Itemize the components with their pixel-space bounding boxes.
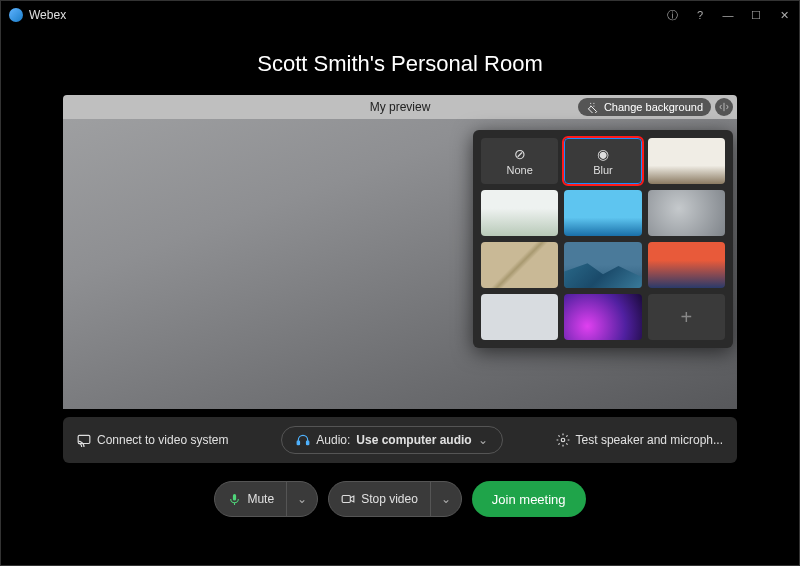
headset-icon — [296, 433, 310, 447]
stop-video-label: Stop video — [361, 492, 418, 506]
call-controls: Mute ⌄ Stop video ⌄ Join meeting — [1, 463, 799, 535]
video-options-caret[interactable]: ⌄ — [430, 482, 461, 516]
bg-option-blur[interactable]: ◉ Blur — [564, 138, 641, 184]
background-picker: ⊘ None ◉ Blur + — [473, 130, 733, 348]
preview-header: My preview Change background — [63, 95, 737, 119]
app-window: Webex ⓘ ? — ☐ ✕ Scott Smith's Personal R… — [0, 0, 800, 566]
preview-label: My preview — [370, 100, 431, 114]
audio-value: Use computer audio — [356, 433, 471, 447]
svg-rect-2 — [307, 441, 309, 445]
bg-option-add[interactable]: + — [648, 294, 725, 340]
bg-option-beach[interactable] — [564, 190, 641, 236]
bg-option-shadows[interactable] — [481, 242, 558, 288]
join-label: Join meeting — [492, 492, 566, 507]
gear-icon — [556, 433, 570, 447]
mute-button[interactable]: Mute ⌄ — [214, 481, 318, 517]
background-controls: Change background — [578, 98, 733, 116]
none-icon: ⊘ — [514, 146, 526, 162]
stop-video-button[interactable]: Stop video ⌄ — [328, 481, 462, 517]
mirror-button[interactable] — [715, 98, 733, 116]
change-background-button[interactable]: Change background — [578, 98, 711, 116]
test-speaker-button[interactable]: Test speaker and microph... — [556, 433, 723, 447]
bg-option-living-room[interactable] — [648, 138, 725, 184]
bg-option-desk[interactable] — [481, 294, 558, 340]
info-icon[interactable]: ⓘ — [665, 8, 679, 22]
audio-center: Audio: Use computer audio ⌄ — [244, 426, 539, 454]
bg-option-space[interactable] — [564, 294, 641, 340]
help-icon[interactable]: ? — [693, 8, 707, 22]
bg-option-soft-blur[interactable] — [648, 190, 725, 236]
bg-option-none[interactable]: ⊘ None — [481, 138, 558, 184]
bg-option-sunset[interactable] — [648, 242, 725, 288]
microphone-icon — [227, 492, 241, 506]
close-button[interactable]: ✕ — [777, 8, 791, 22]
svg-rect-5 — [342, 496, 350, 503]
options-bar: Connect to video system Audio: Use compu… — [63, 417, 737, 463]
cast-icon — [77, 433, 91, 447]
room-title: Scott Smith's Personal Room — [1, 29, 799, 95]
change-background-label: Change background — [604, 101, 703, 113]
mute-options-caret[interactable]: ⌄ — [286, 482, 317, 516]
svg-rect-0 — [78, 435, 90, 443]
connect-video-label: Connect to video system — [97, 433, 228, 447]
join-meeting-button[interactable]: Join meeting — [472, 481, 586, 517]
camera-icon — [341, 492, 355, 506]
audio-label: Audio: — [316, 433, 350, 447]
svg-point-3 — [561, 438, 565, 442]
bg-option-patio[interactable] — [481, 190, 558, 236]
minimize-button[interactable]: — — [721, 8, 735, 22]
svg-rect-4 — [233, 494, 236, 501]
test-speaker-label: Test speaker and microph... — [576, 433, 723, 447]
chevron-down-icon: ⌄ — [478, 433, 488, 447]
mute-label: Mute — [247, 492, 274, 506]
blur-icon: ◉ — [597, 146, 609, 162]
maximize-button[interactable]: ☐ — [749, 8, 763, 22]
svg-rect-1 — [297, 441, 299, 445]
audio-select-button[interactable]: Audio: Use computer audio ⌄ — [281, 426, 502, 454]
preview-area: My preview Change background ⊘ None — [63, 95, 737, 409]
webex-logo-icon — [9, 8, 23, 22]
bg-option-mountains[interactable] — [564, 242, 641, 288]
titlebar: Webex ⓘ ? — ☐ ✕ — [1, 1, 799, 29]
connect-video-system-button[interactable]: Connect to video system — [77, 433, 228, 447]
bg-blur-label: Blur — [593, 164, 613, 176]
wand-icon — [586, 100, 600, 114]
bg-none-label: None — [507, 164, 533, 176]
window-controls: ⓘ ? — ☐ ✕ — [665, 8, 791, 22]
app-title: Webex — [29, 8, 665, 22]
